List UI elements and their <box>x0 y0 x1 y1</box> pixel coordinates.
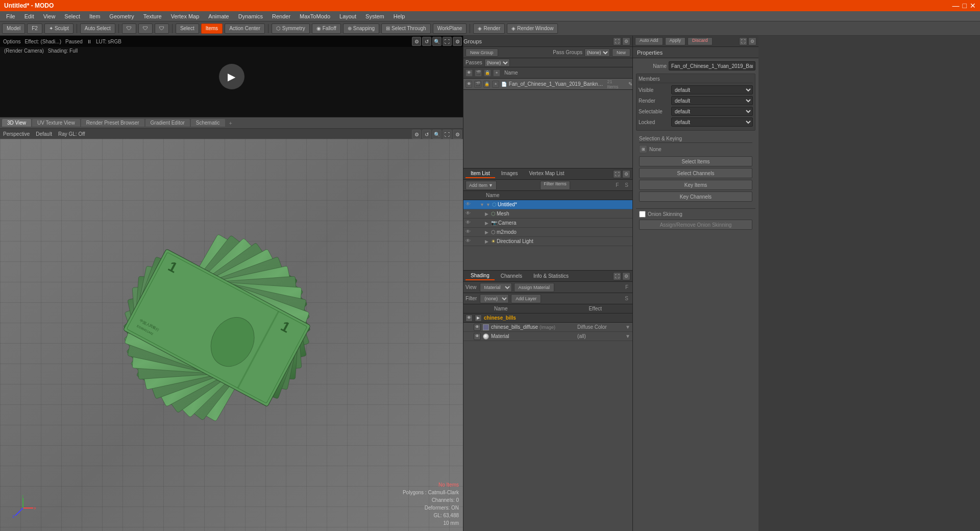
vp-refresh-btn[interactable]: ↺ <box>422 130 431 139</box>
groups-col-icon-1[interactable]: 👁 <box>465 69 473 77</box>
item-row-m2modo[interactable]: 👁 ▶ ⬡ m2modo <box>463 228 632 237</box>
menu-dynamics[interactable]: Dynamics <box>234 12 267 20</box>
groups-add-icon[interactable]: + <box>492 81 499 88</box>
items-btn[interactable]: Items <box>201 23 223 34</box>
assign-onion-btn[interactable]: Assign/Remove Onion Skinning <box>639 220 752 230</box>
shade-group-eye[interactable]: 👁 <box>465 315 473 322</box>
f2-btn[interactable]: F2 <box>27 23 42 34</box>
minimize-btn[interactable]: — <box>952 2 960 10</box>
action-center-btn[interactable]: Action Center <box>225 23 265 34</box>
select-channels-btn[interactable]: Select Channels <box>639 168 752 178</box>
video-play-button[interactable]: ▶ <box>219 64 244 89</box>
props-expand-btn[interactable]: ⛶ <box>739 37 747 45</box>
new-group-btn[interactable]: New Group <box>465 49 498 57</box>
auto-add-btn[interactable]: Auto Add <box>635 37 663 45</box>
shade-item-dropdown-1[interactable]: ▼ <box>625 324 630 330</box>
menu-geometry[interactable]: Geometry <box>105 12 138 20</box>
item-expand-untitled[interactable]: ▼ <box>480 202 485 207</box>
window-controls[interactable]: — □ ✕ <box>952 2 976 10</box>
video-settings-btn[interactable]: ⚙ <box>412 37 421 46</box>
vp-expand-btn[interactable]: ⛶ <box>443 130 452 139</box>
item-eye-untitled[interactable]: 👁 <box>465 201 473 208</box>
groups-render-icon[interactable]: 🎬 <box>474 81 481 88</box>
menu-select[interactable]: Select <box>60 12 84 20</box>
video-zoom-btn[interactable]: 🔍 <box>432 37 442 46</box>
select-btn[interactable]: Select <box>176 23 199 34</box>
discard-btn[interactable]: Discard <box>688 37 713 45</box>
key-channels-btn[interactable]: Key Channels <box>639 191 752 202</box>
shading-filter-select[interactable]: (none) <box>480 294 509 303</box>
shade-group-row-chinese-bills[interactable]: 👁 ▶ chinese_bills <box>463 313 632 323</box>
add-item-btn[interactable]: Add Item ▼ <box>465 181 497 190</box>
maximize-btn[interactable]: □ <box>963 2 967 10</box>
name-prop-input[interactable] <box>669 61 755 70</box>
menu-animate[interactable]: Animate <box>204 12 233 20</box>
item-row-untitled[interactable]: 👁 ▼ ▼ ⬡ Untitled* <box>463 200 632 209</box>
keying-icon-grid[interactable]: ⊞ <box>639 145 647 153</box>
add-tab-btn[interactable]: + <box>226 119 235 127</box>
menu-vertex-map[interactable]: Vertex Map <box>167 12 204 20</box>
symmetry-btn[interactable]: ⬡ Symmetry <box>272 23 310 34</box>
shade-item-eye-1[interactable]: 👁 <box>474 324 481 331</box>
select-through-btn[interactable]: ⊞ Select Through <box>381 23 431 34</box>
shade-item-dropdown-2[interactable]: ▼ <box>625 333 630 339</box>
props-settings-btn[interactable]: ⚙ <box>748 37 756 45</box>
item-row-camera[interactable]: 👁 ▶ 📷 Camera <box>463 219 632 228</box>
video-expand-btn[interactable]: ⛶ <box>443 37 452 46</box>
groups-col-icon-2[interactable]: 🎬 <box>475 69 482 77</box>
shading-view-select[interactable]: Material <box>480 283 512 292</box>
item-eye-m2modo[interactable]: 👁 <box>465 229 473 236</box>
item-expand-camera[interactable]: ▶ <box>485 221 490 226</box>
menu-view[interactable]: View <box>39 12 60 20</box>
shield-btn-3[interactable]: 🛡 <box>155 23 169 34</box>
shade-group-expand[interactable]: ▶ <box>475 315 482 322</box>
sculpt-btn[interactable]: ✦ Sculpt <box>44 23 74 34</box>
shield-btn-2[interactable]: 🛡 <box>138 23 153 34</box>
shield-btn-1[interactable]: 🛡 <box>122 23 136 34</box>
menu-texture[interactable]: Texture <box>139 12 166 20</box>
groups-col-icon-3[interactable]: 🔒 <box>484 69 491 77</box>
video-options-label[interactable]: Options <box>3 39 20 44</box>
menu-help[interactable]: Help <box>389 12 409 20</box>
video-more-btn[interactable]: ⚙ <box>453 37 462 46</box>
item-eye-mesh[interactable]: 👁 <box>465 210 473 218</box>
menu-system[interactable]: System <box>361 12 388 20</box>
groups-item-row[interactable]: 👁 🎬 🔒 + 📄 Fan_of_Chinese_1_Yuan_2019_Ban… <box>465 79 632 89</box>
passes-select[interactable]: (None) <box>484 59 510 67</box>
menu-layout[interactable]: Layout <box>335 12 360 20</box>
tab-channels[interactable]: Channels <box>496 272 527 280</box>
select-items-btn[interactable]: Select Items <box>639 156 752 166</box>
video-refresh-btn[interactable]: ↺ <box>422 37 431 46</box>
new-pass-group-btn[interactable]: New <box>612 49 630 57</box>
groups-settings-btn[interactable]: ⚙ <box>622 37 630 45</box>
snapping-btn[interactable]: ⊕ Snapping <box>343 23 379 34</box>
assign-material-btn[interactable]: Assign Material <box>514 283 555 292</box>
model-mode-btn[interactable]: Model <box>2 23 25 34</box>
groups-col-icon-4[interactable]: + <box>493 69 500 77</box>
vp-zoom-btn[interactable]: 🔍 <box>432 130 442 139</box>
selectable-select[interactable]: default <box>671 107 753 116</box>
item-row-mesh[interactable]: 👁 ▶ ⬡ Mesh <box>463 209 632 219</box>
locked-select[interactable]: default <box>671 117 753 127</box>
item-list-expand-btn[interactable]: ⛶ <box>613 170 621 178</box>
tab-vertex-map[interactable]: Vertex Map List <box>524 170 570 178</box>
filter-items-btn[interactable]: Filter Items <box>540 181 570 190</box>
item-eye-camera[interactable]: 👁 <box>465 220 473 227</box>
menu-maxtomodo[interactable]: MaxToModo <box>296 12 334 20</box>
key-items-btn[interactable]: Key Items <box>639 180 752 190</box>
close-btn[interactable]: ✕ <box>970 2 976 10</box>
visible-select[interactable]: default <box>671 85 753 94</box>
render-btn[interactable]: ◈ Render <box>473 23 505 34</box>
tab-shading[interactable]: Shading <box>465 272 495 280</box>
item-list-settings-btn[interactable]: ⚙ <box>622 170 630 178</box>
item-expand-sub-untitled[interactable]: ▼ <box>486 202 491 207</box>
render-window-btn[interactable]: ◈ Render Window <box>507 23 558 34</box>
item-expand-m2modo[interactable]: ▶ <box>485 230 490 235</box>
onion-checkbox[interactable] <box>639 211 646 218</box>
vp-settings-btn[interactable]: ⚙ <box>412 130 421 139</box>
groups-eye-icon[interactable]: 👁 <box>465 81 472 88</box>
shading-expand-btn[interactable]: ⛶ <box>613 272 621 280</box>
render-select[interactable]: default <box>671 96 753 105</box>
auto-select-btn[interactable]: Auto Select <box>80 23 115 34</box>
tab-uv-texture[interactable]: UV Texture View <box>32 119 80 127</box>
